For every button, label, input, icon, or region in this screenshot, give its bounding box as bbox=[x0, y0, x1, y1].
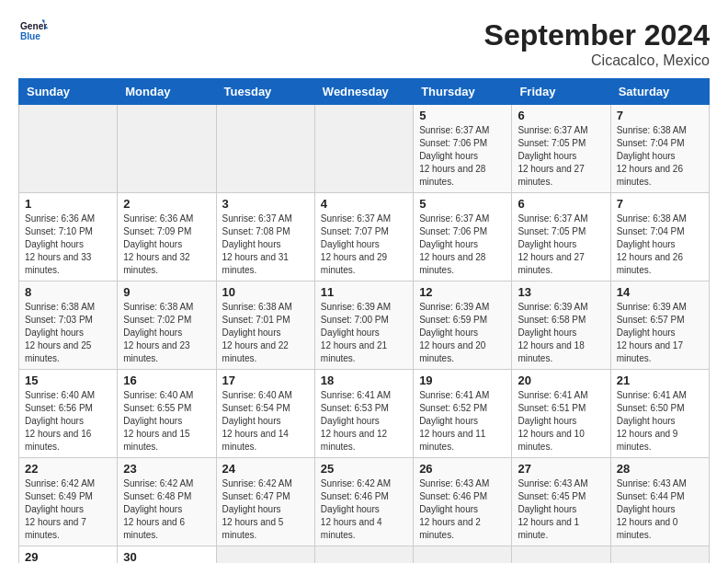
day-number: 27 bbox=[518, 462, 604, 476]
calendar-cell bbox=[314, 105, 413, 193]
day-number: 6 bbox=[518, 197, 604, 211]
day-info: Sunrise: 6:43 AMSunset: 6:44 PMDaylight … bbox=[617, 477, 703, 542]
calendar-cell: 9Sunrise: 6:38 AMSunset: 7:02 PMDaylight… bbox=[118, 282, 216, 370]
week-row-1: 1Sunrise: 6:36 AMSunset: 7:10 PMDaylight… bbox=[19, 193, 710, 282]
day-number: 8 bbox=[25, 285, 111, 299]
calendar-cell: 29Sunrise: 6:44 AMSunset: 6:43 PMDayligh… bbox=[19, 546, 118, 564]
day-info: Sunrise: 6:39 AMSunset: 6:59 PMDaylight … bbox=[419, 301, 506, 365]
calendar-cell: 16Sunrise: 6:40 AMSunset: 6:55 PMDayligh… bbox=[118, 370, 216, 458]
calendar-cell bbox=[314, 546, 413, 564]
day-info: Sunrise: 6:42 AMSunset: 6:46 PMDaylight … bbox=[321, 477, 407, 542]
day-number: 17 bbox=[222, 373, 309, 387]
day-info: Sunrise: 6:41 AMSunset: 6:52 PMDaylight … bbox=[419, 389, 506, 454]
calendar-cell: 21Sunrise: 6:41 AMSunset: 6:50 PMDayligh… bbox=[610, 370, 709, 458]
day-number: 5 bbox=[419, 197, 506, 211]
day-number: 6 bbox=[518, 109, 604, 122]
day-info: Sunrise: 6:37 AMSunset: 7:05 PMDaylight … bbox=[518, 213, 604, 277]
calendar-cell: 28Sunrise: 6:43 AMSunset: 6:44 PMDayligh… bbox=[610, 458, 709, 546]
calendar-cell: 3Sunrise: 6:37 AMSunset: 7:08 PMDaylight… bbox=[216, 193, 314, 282]
calendar-cell: 22Sunrise: 6:42 AMSunset: 6:49 PMDayligh… bbox=[19, 458, 118, 546]
calendar-cell: 4Sunrise: 6:37 AMSunset: 7:07 PMDaylight… bbox=[314, 193, 413, 282]
calendar-body: 5Sunrise: 6:37 AMSunset: 7:06 PMDaylight… bbox=[19, 105, 710, 564]
week-row-4: 22Sunrise: 6:42 AMSunset: 6:49 PMDayligh… bbox=[19, 458, 710, 546]
week-row-0: 5Sunrise: 6:37 AMSunset: 7:06 PMDaylight… bbox=[19, 105, 710, 193]
day-info: Sunrise: 6:41 AMSunset: 6:51 PMDaylight … bbox=[518, 389, 604, 454]
day-number: 13 bbox=[518, 285, 604, 299]
day-info: Sunrise: 6:37 AMSunset: 7:05 PMDaylight … bbox=[518, 124, 604, 189]
calendar-cell: 17Sunrise: 6:40 AMSunset: 6:54 PMDayligh… bbox=[216, 370, 314, 458]
day-info: Sunrise: 6:37 AMSunset: 7:06 PMDaylight … bbox=[419, 124, 506, 189]
day-info: Sunrise: 6:39 AMSunset: 7:00 PMDaylight … bbox=[321, 301, 407, 365]
calendar-cell bbox=[216, 546, 314, 564]
day-info: Sunrise: 6:37 AMSunset: 7:08 PMDaylight … bbox=[222, 213, 309, 277]
day-number: 7 bbox=[617, 109, 703, 122]
svg-text:General: General bbox=[20, 21, 48, 31]
calendar-cell: 27Sunrise: 6:43 AMSunset: 6:45 PMDayligh… bbox=[512, 458, 610, 546]
calendar-cell bbox=[414, 546, 512, 564]
location-subtitle: Cicacalco, Mexico bbox=[484, 52, 710, 69]
day-number: 16 bbox=[123, 373, 210, 387]
day-info: Sunrise: 6:43 AMSunset: 6:46 PMDaylight … bbox=[419, 477, 506, 542]
calendar-cell: 11Sunrise: 6:39 AMSunset: 7:00 PMDayligh… bbox=[314, 282, 413, 370]
calendar-cell: 15Sunrise: 6:40 AMSunset: 6:56 PMDayligh… bbox=[19, 370, 118, 458]
day-info: Sunrise: 6:43 AMSunset: 6:45 PMDaylight … bbox=[518, 477, 604, 542]
day-info: Sunrise: 6:38 AMSunset: 7:03 PMDaylight … bbox=[25, 301, 111, 365]
col-thursday: Thursday bbox=[414, 79, 512, 105]
col-tuesday: Tuesday bbox=[216, 79, 314, 105]
calendar-cell: 10Sunrise: 6:38 AMSunset: 7:01 PMDayligh… bbox=[216, 282, 314, 370]
month-title: September 2024 bbox=[484, 18, 710, 52]
calendar-cell: 20Sunrise: 6:41 AMSunset: 6:51 PMDayligh… bbox=[512, 370, 610, 458]
calendar-cell: 6Sunrise: 6:37 AMSunset: 7:05 PMDaylight… bbox=[512, 193, 610, 282]
day-info: Sunrise: 6:41 AMSunset: 6:50 PMDaylight … bbox=[617, 389, 703, 454]
calendar-cell: 25Sunrise: 6:42 AMSunset: 6:46 PMDayligh… bbox=[314, 458, 413, 546]
day-number: 1 bbox=[25, 197, 111, 211]
day-info: Sunrise: 6:40 AMSunset: 6:56 PMDaylight … bbox=[25, 389, 111, 454]
week-row-3: 15Sunrise: 6:40 AMSunset: 6:56 PMDayligh… bbox=[19, 370, 710, 458]
day-info: Sunrise: 6:38 AMSunset: 7:02 PMDaylight … bbox=[123, 301, 210, 365]
calendar-cell: 18Sunrise: 6:41 AMSunset: 6:53 PMDayligh… bbox=[314, 370, 413, 458]
day-info: Sunrise: 6:40 AMSunset: 6:54 PMDaylight … bbox=[222, 389, 309, 454]
day-info: Sunrise: 6:42 AMSunset: 6:49 PMDaylight … bbox=[25, 477, 111, 542]
calendar-cell: 7Sunrise: 6:38 AMSunset: 7:04 PMDaylight… bbox=[610, 193, 709, 282]
calendar-cell: 23Sunrise: 6:42 AMSunset: 6:48 PMDayligh… bbox=[118, 458, 216, 546]
header-row: Sunday Monday Tuesday Wednesday Thursday… bbox=[19, 79, 710, 105]
calendar-cell: 5Sunrise: 6:37 AMSunset: 7:06 PMDaylight… bbox=[414, 105, 512, 193]
day-number: 12 bbox=[419, 285, 506, 299]
col-monday: Monday bbox=[118, 79, 216, 105]
day-number: 10 bbox=[222, 285, 309, 299]
calendar-cell: 13Sunrise: 6:39 AMSunset: 6:58 PMDayligh… bbox=[512, 282, 610, 370]
day-info: Sunrise: 6:38 AMSunset: 7:01 PMDaylight … bbox=[222, 301, 309, 365]
calendar-cell: 1Sunrise: 6:36 AMSunset: 7:10 PMDaylight… bbox=[19, 193, 118, 282]
day-number: 30 bbox=[123, 550, 210, 563]
day-info: Sunrise: 6:37 AMSunset: 7:06 PMDaylight … bbox=[419, 213, 506, 277]
day-info: Sunrise: 6:36 AMSunset: 7:10 PMDaylight … bbox=[25, 213, 111, 277]
calendar-cell: 26Sunrise: 6:43 AMSunset: 6:46 PMDayligh… bbox=[414, 458, 512, 546]
calendar-cell bbox=[216, 105, 314, 193]
day-number: 2 bbox=[123, 197, 210, 211]
day-info: Sunrise: 6:38 AMSunset: 7:04 PMDaylight … bbox=[617, 213, 703, 277]
calendar-cell: 8Sunrise: 6:38 AMSunset: 7:03 PMDaylight… bbox=[19, 282, 118, 370]
day-info: Sunrise: 6:38 AMSunset: 7:04 PMDaylight … bbox=[617, 124, 703, 189]
day-info: Sunrise: 6:42 AMSunset: 6:47 PMDaylight … bbox=[222, 477, 309, 542]
day-number: 29 bbox=[25, 550, 111, 563]
day-info: Sunrise: 6:39 AMSunset: 6:57 PMDaylight … bbox=[617, 301, 703, 365]
calendar-cell bbox=[610, 546, 709, 564]
week-row-5: 29Sunrise: 6:44 AMSunset: 6:43 PMDayligh… bbox=[19, 546, 710, 564]
day-info: Sunrise: 6:37 AMSunset: 7:07 PMDaylight … bbox=[321, 213, 407, 277]
day-info: Sunrise: 6:39 AMSunset: 6:58 PMDaylight … bbox=[518, 301, 604, 365]
day-info: Sunrise: 6:41 AMSunset: 6:53 PMDaylight … bbox=[321, 389, 407, 454]
day-number: 11 bbox=[321, 285, 407, 299]
day-number: 24 bbox=[222, 462, 309, 476]
col-saturday: Saturday bbox=[610, 79, 709, 105]
calendar-cell bbox=[512, 546, 610, 564]
calendar-cell: 2Sunrise: 6:36 AMSunset: 7:09 PMDaylight… bbox=[118, 193, 216, 282]
day-number: 7 bbox=[617, 197, 703, 211]
calendar-cell: 7Sunrise: 6:38 AMSunset: 7:04 PMDaylight… bbox=[610, 105, 709, 193]
day-number: 9 bbox=[123, 285, 210, 299]
calendar-cell bbox=[19, 105, 118, 193]
day-number: 14 bbox=[617, 285, 703, 299]
calendar-cell: 12Sunrise: 6:39 AMSunset: 6:59 PMDayligh… bbox=[414, 282, 512, 370]
calendar-cell: 14Sunrise: 6:39 AMSunset: 6:57 PMDayligh… bbox=[610, 282, 709, 370]
col-sunday: Sunday bbox=[19, 79, 118, 105]
day-number: 26 bbox=[419, 462, 506, 476]
